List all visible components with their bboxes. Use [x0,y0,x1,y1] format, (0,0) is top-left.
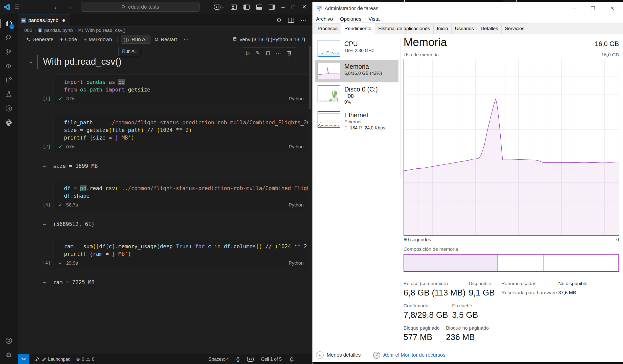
sidebar-item-search[interactable] [3,32,15,44]
execution-count: [2] [43,144,51,149]
sidebar-item-testing[interactable] [3,88,15,100]
tm-tab-procesos[interactable]: Procesos [314,24,341,34]
cell-language[interactable]: Python [289,96,304,102]
breadcrumb[interactable]: 002 › pandas.ipynb › M↓ With pd.read_csv… [18,27,312,34]
sidebar-item-explorer[interactable]: 1 [3,17,15,30]
breadcrumb-section[interactable]: With pd.read_csv() [85,28,125,33]
add-markdown-button[interactable]: +Markdown [81,36,115,43]
kernel-picker[interactable]: venv (3.13.7) (Python 3.13.7) [232,37,312,42]
add-code-button[interactable]: +Code [57,36,80,43]
cell-output: ⋯(5689512, 61) [43,221,312,227]
tab-pandas-ipynb[interactable]: pandas.ipynb [18,14,70,26]
sidebar-item-python[interactable] [3,117,15,129]
success-check-icon: ✓ [58,96,63,102]
minimize-button[interactable]: – [573,5,576,11]
cell-language[interactable]: Python [289,144,304,150]
perf-item-disco-0-c-[interactable]: Disco 0 (C:)HDD0% [315,82,398,108]
close-button[interactable]: ✕ [610,5,614,11]
breadcrumb-file[interactable]: pandas.ipynb [44,28,73,33]
menu-vista[interactable]: Vista [368,16,380,22]
tm-tab-usuarios[interactable]: Usuarios [451,24,477,34]
cell-more-icon[interactable]: ⋯ [276,50,281,56]
tm-tab-detalles[interactable]: Detalles [477,24,502,34]
sidebar-item-source-control[interactable] [3,46,15,58]
tm-tab-inicio[interactable]: Inicio [433,24,452,34]
toolbar-more-button[interactable]: ⋯ [181,35,191,43]
run-all-button[interactable]: ▷▷Run All [121,35,150,44]
forward-icon[interactable]: → [67,4,73,11]
spaces-indicator[interactable]: Spaces: 4 [209,357,229,362]
cell-code[interactable]: file_path = '../common/flight-status-pre… [54,115,308,142]
composition-segment [543,255,618,271]
sidebar-item-jupyter[interactable] [3,102,15,115]
problems-item[interactable]: ⊗ 0 ⚠ 0 [76,356,94,362]
output-text: size = 1899 MB [53,163,98,169]
remote-indicator[interactable]: >< [18,354,29,364]
close-button[interactable]: ✕ [302,4,307,10]
toggle-panel-icon[interactable] [256,5,262,10]
edit-cell-icon[interactable]: ✎ [256,50,260,56]
collapse-circle-icon[interactable]: ∧ [316,351,324,359]
more-actions-icon[interactable]: ⋯ [301,17,306,24]
maximize-button[interactable]: ▢ [291,4,296,10]
toggle-sidebar-icon[interactable] [243,5,250,10]
code-cell-2[interactable]: file_path = '../common/flight-status-pre… [54,115,308,152]
open-resource-monitor-link[interactable]: Abrir el Monitor de recursos [383,352,446,358]
sidebar-item-manage[interactable]: ⚙ [3,349,15,361]
tm-tab-historial-de-aplicaciones[interactable]: Historial de aplicaciones [375,24,434,34]
copilot-button[interactable]: ⌄ [214,5,225,10]
collapse-chevron-icon[interactable]: ⌄ [29,59,33,65]
maximize-button[interactable]: ☐ [591,5,595,11]
menu-opciones[interactable]: Opciones [340,16,362,22]
split-cell-icon[interactable]: ⊟ [266,50,270,56]
perf-item-cpu[interactable]: CPU19% 2,30 GHz [315,37,398,60]
customize-layout-icon[interactable] [231,5,237,10]
code-cell-4[interactable]: ram = sum([df[c].memory_usage(deep=True)… [54,239,308,268]
delete-cell-icon[interactable] [287,50,292,56]
less-details-button[interactable]: Menos detalles [327,352,361,358]
cell-indicator[interactable]: Cell 1 of 5 [261,357,282,362]
copilot-status-icon[interactable] [247,357,254,362]
output-menu-icon[interactable]: ⋯ [43,163,47,169]
back-icon[interactable]: ← [54,4,60,11]
gear-icon[interactable]: ⚙ [276,17,281,24]
menu-archivo[interactable]: Archivo [316,16,333,22]
command-center-search[interactable]: eduardo-tests [81,3,200,12]
perf-item-memoria[interactable]: Memoria6,8/16,0 GB (42%) [315,60,398,82]
minimize-button[interactable]: – [281,4,284,10]
sidebar-item-run-debug[interactable] [3,60,15,72]
bell-icon[interactable] [289,357,294,362]
taskmgr-title: Administrador de tareas [325,6,378,11]
formatter-icon[interactable]: {} [236,357,239,362]
sidebar-item-extensions[interactable] [3,74,15,86]
search-value: eduardo-tests [128,4,159,10]
run-cell-icon[interactable]: ▷ [246,50,250,56]
code-cell-3[interactable]: df = pd.read_csv('../common/flight-statu… [54,181,308,210]
generate-button[interactable]: Generate [23,36,56,43]
toggle-secondary-sidebar-icon[interactable] [269,5,275,10]
cell-language[interactable]: Python [289,260,304,266]
cell-code[interactable]: import pandas as pdfrom os.path import g… [54,75,308,94]
breadcrumb-folder[interactable]: 002 [24,28,32,33]
cell-code[interactable]: ram = sum([df[c].memory_usage(deep=True)… [54,239,308,258]
rocket-icon [35,357,40,362]
editor-scrollbar[interactable] [309,46,311,109]
warning-icon: ⚠ [86,356,90,362]
code-cell-1[interactable]: import pandas as pdfrom os.path import g… [54,75,308,104]
stat-reservada-para-hardware:: Reservada para hardware:37,6 MB [501,290,587,295]
split-editor-icon[interactable] [288,18,294,23]
jupyter-icon [5,105,13,112]
execution-count: [3] [43,202,51,207]
tm-tab-rendimiento[interactable]: Rendimiento [341,22,375,34]
tm-tab-servicios[interactable]: Servicios [501,24,528,34]
markdown-heading[interactable]: ⌄ With pd.read_csv() [18,56,312,67]
launchpad-item[interactable]: Launchpad [35,357,71,362]
restart-button[interactable]: ↺Restart [152,35,180,43]
sidebar-item-accounts[interactable] [3,335,15,347]
perf-item-ethernet[interactable]: EthernetEthernetE: 184 R: 24,0 Kbps [315,108,398,134]
cell-language[interactable]: Python [289,202,304,208]
output-menu-icon[interactable]: ⋯ [43,221,47,227]
output-menu-icon[interactable]: ⋯ [43,279,47,285]
menu-icon[interactable]: ☰ [14,4,20,11]
cell-code[interactable]: df = pd.read_csv('../common/flight-statu… [54,181,308,200]
